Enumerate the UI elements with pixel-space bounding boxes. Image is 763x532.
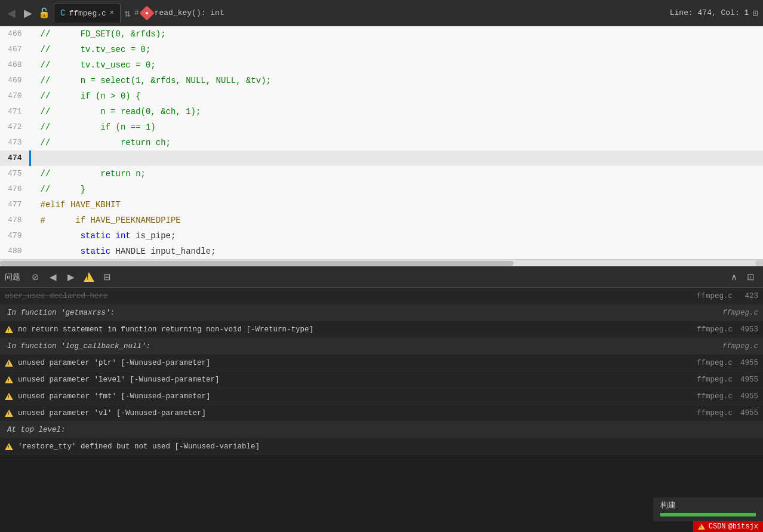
- layout-icon[interactable]: ⊡: [752, 7, 758, 19]
- problem-row[interactable]: In function 'log_callback_null':ffmpeg.c: [0, 338, 763, 355]
- line-number: 473: [0, 135, 30, 150]
- code-line-470[interactable]: 470// if (n > 0) {: [0, 88, 763, 104]
- line-number: 466: [0, 26, 30, 42]
- problem-text: user_usec declared here: [5, 292, 686, 300]
- warning-icon: [5, 410, 13, 417]
- line-number: 477: [0, 197, 30, 213]
- breadcrumb-func-icon: ♦: [139, 5, 154, 20]
- warning-icon: [5, 443, 13, 450]
- c-file-icon: C: [60, 8, 65, 18]
- scrollbar-thumb[interactable]: [0, 261, 513, 266]
- problem-row[interactable]: no return statement in function returnin…: [0, 321, 763, 338]
- panel-right-buttons: ∧ ⊡: [726, 269, 758, 285]
- problem-file: ffmpeg.c: [691, 325, 733, 334]
- problems-list[interactable]: user_usec declared hereffmpeg.c423In fun…: [0, 288, 763, 455]
- split-icon[interactable]: ⇅: [124, 7, 131, 20]
- line-content: // return n;: [30, 166, 763, 182]
- problem-text: unused parameter 'ptr' [-Wunused-paramet…: [18, 359, 686, 367]
- top-bar: ◀ ▶ 🔓 C ffmpeg.c × ⇅ # ♦ read_key(): int…: [0, 0, 763, 26]
- line-content: # if HAVE_PEEKNAMEDPIPE: [30, 213, 763, 228]
- tab-close-button[interactable]: ×: [110, 9, 114, 17]
- clear-button[interactable]: ⊘: [27, 269, 43, 285]
- line-content: // if (n == 1): [30, 119, 763, 135]
- collapse-panel-button[interactable]: ∧: [726, 269, 742, 285]
- line-number: 476: [0, 182, 30, 197]
- breadcrumb-hash: #: [134, 8, 139, 17]
- problem-row[interactable]: unused parameter 'fmt' [-Wunused-paramet…: [0, 388, 763, 405]
- problems-title: 问题: [5, 272, 20, 282]
- line-number: 469: [0, 73, 30, 88]
- code-line-467[interactable]: 467// tv.tv_sec = 0;: [0, 42, 763, 57]
- problem-text: unused parameter 'vl' [-Wunused-paramete…: [18, 409, 686, 417]
- code-line-473[interactable]: 473// return ch;: [0, 135, 763, 150]
- line-content: // if (n > 0) {: [30, 88, 763, 104]
- nav-back-button[interactable]: ◀: [5, 5, 18, 21]
- code-line-468[interactable]: 468// tv.tv_usec = 0;: [0, 57, 763, 73]
- problem-line: 4955: [737, 392, 758, 401]
- line-number: 471: [0, 104, 30, 119]
- warning-icon: [5, 393, 13, 400]
- panel-menu-button[interactable]: ⊡: [743, 269, 758, 285]
- code-line-471[interactable]: 471// n = read(0, &ch, 1);: [0, 104, 763, 119]
- scrollbar-right-arrow[interactable]: [756, 260, 763, 267]
- problem-file: ffmpeg.c: [691, 359, 733, 367]
- code-line-480[interactable]: 480 static HANDLE input_handle;: [0, 244, 763, 259]
- problem-file: ffmpeg.c: [691, 392, 733, 401]
- problem-row[interactable]: unused parameter 'level' [-Wunused-param…: [0, 371, 763, 388]
- line-number: 479: [0, 228, 30, 244]
- code-line-476[interactable]: 476// }: [0, 182, 763, 197]
- code-line-478[interactable]: 478# if HAVE_PEEKNAMEDPIPE: [0, 213, 763, 228]
- problems-panel: 问题 ⊘ ◀ ▶ ⊟ ∧ ⊡ user_usec declared hereff…: [0, 266, 763, 455]
- problem-row[interactable]: At top level:: [0, 422, 763, 438]
- problem-file: ffmpeg.c: [691, 409, 733, 417]
- problem-line: 4955: [737, 376, 758, 384]
- problem-line: 423: [737, 292, 758, 300]
- problem-row[interactable]: unused parameter 'ptr' [-Wunused-paramet…: [0, 355, 763, 371]
- problems-toolbar: 问题 ⊘ ◀ ▶ ⊟ ∧ ⊡: [0, 266, 763, 288]
- code-line-469[interactable]: 469// n = select(1, &rfds, NULL, NULL, &…: [0, 73, 763, 88]
- line-content: static int is_pipe;: [30, 228, 763, 244]
- problem-text: unused parameter 'fmt' [-Wunused-paramet…: [18, 392, 686, 401]
- problem-file: ffmpeg.c: [716, 342, 758, 350]
- warning-icon: [5, 326, 13, 333]
- warning-icon: [5, 359, 13, 367]
- code-table: 466// FD_SET(0, &rfds);467// tv.tv_sec =…: [0, 26, 763, 259]
- problem-line: 4953: [737, 325, 758, 334]
- problem-row[interactable]: In function 'getmaxrss':ffmpeg.c: [0, 305, 763, 321]
- horizontal-scrollbar[interactable]: [0, 259, 763, 266]
- line-content: // tv.tv_sec = 0;: [30, 42, 763, 57]
- problem-line: 4955: [737, 359, 758, 367]
- warning-filter-button[interactable]: [81, 269, 97, 285]
- file-tab[interactable]: C ffmpeg.c ×: [54, 4, 121, 23]
- problem-file: ffmpeg.c: [691, 292, 733, 300]
- filter-button[interactable]: ⊟: [99, 269, 115, 285]
- problem-row[interactable]: unused parameter 'vl' [-Wunused-paramete…: [0, 405, 763, 422]
- tab-filename: ffmpeg.c: [69, 9, 106, 18]
- prev-problem-button[interactable]: ◀: [45, 269, 61, 285]
- warning-triangle-icon: [84, 272, 94, 282]
- line-number: 475: [0, 166, 30, 182]
- line-content: static HANDLE input_handle;: [30, 244, 763, 259]
- code-line-475[interactable]: 475// return n;: [0, 166, 763, 182]
- build-label: 构建: [660, 501, 676, 510]
- code-line-477[interactable]: 477#elif HAVE_KBHIT: [0, 197, 763, 213]
- build-panel: 构建: [653, 497, 763, 521]
- problem-text: no return statement in function returnin…: [18, 325, 686, 334]
- line-content: [30, 150, 763, 166]
- line-number: 480: [0, 244, 30, 259]
- lock-icon: 🔓: [38, 7, 50, 19]
- problem-row[interactable]: 'restore_tty' defined but not used [-Wun…: [0, 438, 763, 455]
- next-problem-button[interactable]: ▶: [63, 269, 79, 285]
- line-number: 474: [0, 150, 30, 166]
- problem-row[interactable]: user_usec declared hereffmpeg.c423: [0, 288, 763, 305]
- code-line-474[interactable]: 474: [0, 150, 763, 166]
- line-content: // n = read(0, &ch, 1);: [30, 104, 763, 119]
- code-line-472[interactable]: 472// if (n == 1): [0, 119, 763, 135]
- code-line-466[interactable]: 466// FD_SET(0, &rfds);: [0, 26, 763, 42]
- nav-forward-button[interactable]: ▶: [21, 5, 35, 21]
- line-number: 467: [0, 42, 30, 57]
- line-number: 470: [0, 88, 30, 104]
- code-line-479[interactable]: 479 static int is_pipe;: [0, 228, 763, 244]
- problem-line: 4955: [737, 409, 758, 417]
- csdn-bar: CSDN @bitsjx: [693, 521, 763, 532]
